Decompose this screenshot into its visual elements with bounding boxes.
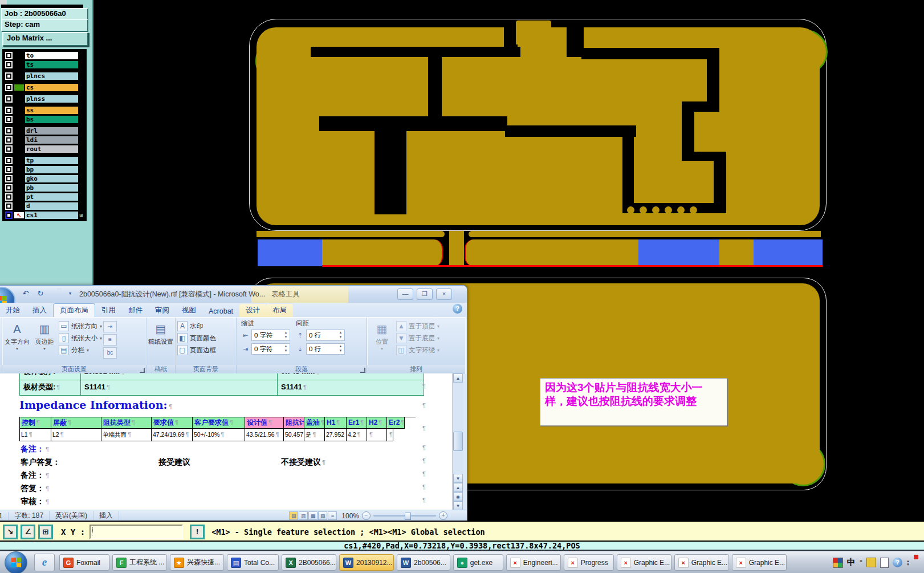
layer-name[interactable]: tp — [25, 157, 78, 164]
layer-row[interactable]: d — [4, 202, 85, 210]
spacing-before-input[interactable]: 0 行▲▼ — [306, 330, 345, 341]
help-icon[interactable]: ? — [453, 304, 462, 314]
page-background-button[interactable]: A 水印 — [177, 321, 216, 331]
dialog-launcher-icon[interactable] — [140, 368, 145, 373]
indent-right-input[interactable]: 0 字符▲▼ — [251, 343, 290, 355]
layer-row[interactable]: pt — [4, 193, 85, 201]
word-count[interactable]: 字数: 187 — [9, 511, 50, 521]
taskbar-button[interactable]: × Graphic E... — [674, 554, 729, 571]
layer-name[interactable]: drl — [25, 127, 78, 135]
layer-name[interactable]: gko — [25, 175, 78, 182]
redo-icon[interactable]: ↻ — [35, 288, 46, 299]
taskbar-button[interactable]: G Foxmail — [59, 554, 109, 571]
zoom-in-icon[interactable]: + — [439, 511, 447, 520]
scrollbar-track[interactable] — [453, 383, 463, 474]
taskbar-button[interactable]: ★ 兴森快捷... — [170, 554, 224, 571]
ribbon-tab[interactable]: Acrobat — [202, 306, 239, 317]
taskbar-button[interactable]: × Graphic E... — [732, 554, 787, 571]
document-scrollbar[interactable]: ▲ ▼ ▲ ◉ ▼ — [452, 373, 463, 510]
paper-setup-button[interactable]: ▤ 稿纸设置 — [148, 319, 173, 346]
margins-button[interactable]: ▥ 页边距▾ — [31, 319, 58, 351]
insert-mode-indicator[interactable]: 插入 — [93, 511, 119, 521]
taskbar-button[interactable]: × Graphic E... — [617, 554, 671, 571]
minimize-button[interactable]: — — [397, 288, 413, 300]
layer-visibility-checkbox[interactable] — [5, 72, 13, 80]
layer-row[interactable]: bp — [4, 165, 85, 174]
position-button[interactable]: ▦ 位置▾ — [369, 319, 395, 351]
arrange-button[interactable]: ▼ 置于底层▾ — [396, 333, 439, 343]
page-setup-small-button[interactable]: ▤ 分栏▾ — [59, 345, 102, 355]
layer-name[interactable]: bp — [25, 166, 78, 173]
ribbon-tab[interactable]: 插入 — [26, 304, 53, 317]
layer-color-chip[interactable] — [14, 146, 24, 152]
layer-row[interactable]: cs — [4, 83, 85, 92]
ribbon-tab[interactable]: 布局 — [266, 304, 293, 317]
close-button[interactable]: × — [436, 288, 452, 300]
softkeyboard-icon[interactable] — [866, 558, 876, 567]
zoom-level[interactable]: 100% — [341, 512, 359, 520]
ribbon-tab[interactable]: 引用 — [95, 304, 122, 317]
layer-row[interactable]: ldi — [4, 136, 85, 144]
ime-language-indicator[interactable]: 中 — [847, 557, 856, 568]
layer-row[interactable]: ts — [4, 60, 85, 69]
ribbon-tab[interactable]: 审阅 — [149, 304, 176, 317]
taskbar-button[interactable]: W 20130912... — [339, 554, 394, 571]
layer-visibility-checkbox[interactable] — [5, 175, 13, 182]
tray-expand-icon[interactable]: ▲▼ — [906, 559, 910, 566]
fullscreen-view-icon[interactable]: ▥ — [299, 511, 308, 520]
impedance-table[interactable]: 控制¶ 屏蔽¶ 阻抗类型¶ 要求值¶ 客户要求值¶ 设计值¶ 阻抗计算值¶ 盖 — [19, 417, 416, 441]
ime-icon[interactable] — [833, 558, 843, 568]
layer-name[interactable]: pt — [25, 193, 78, 201]
grid-mode-icon[interactable]: ⊞ — [38, 525, 53, 539]
taskbar-button[interactable]: ▤ Total Co... — [227, 554, 279, 571]
layer-row[interactable]: plnss — [4, 95, 85, 103]
layer-name[interactable]: cs1 — [25, 212, 78, 219]
taskbar-button[interactable]: X 2B005066... — [282, 554, 336, 571]
layer-name[interactable]: pb — [25, 184, 78, 192]
layer-color-chip[interactable] — [14, 203, 24, 209]
layer-visibility-checkbox[interactable] — [5, 212, 13, 219]
layer-visibility-checkbox[interactable] — [5, 127, 13, 135]
layer-name[interactable]: ts — [25, 61, 78, 68]
web-layout-view-icon[interactable]: ▦ — [308, 511, 318, 520]
layer-color-chip[interactable] — [14, 128, 24, 134]
tray-help-icon[interactable]: ? — [893, 558, 902, 567]
page-indicator[interactable]: : 1/1 — [0, 512, 9, 520]
page-setup-tiny-button[interactable]: ⇥ — [103, 321, 117, 332]
start-button[interactable] — [5, 551, 27, 573]
undo-icon[interactable]: ↶ — [20, 288, 31, 299]
ribbon-tab[interactable]: 设计 — [239, 304, 266, 317]
scroll-down-icon[interactable]: ▼ — [453, 474, 463, 483]
layer-visibility-checkbox[interactable] — [5, 136, 13, 144]
internet-explorer-icon[interactable]: e — [34, 554, 55, 571]
ribbon-tab[interactable]: 视图 — [176, 304, 202, 317]
layer-name[interactable]: plnss — [25, 95, 78, 103]
ime-menu-icon[interactable] — [880, 558, 889, 568]
job-matrix-button[interactable]: Job Matrix ... — [2, 32, 88, 46]
layer-row[interactable]: pb — [4, 184, 85, 192]
scroll-up-icon[interactable]: ▲ — [453, 373, 463, 383]
select-browse-object-icon[interactable]: ◉ — [453, 492, 463, 501]
layer-color-chip[interactable] — [14, 62, 24, 68]
layer-visibility-checkbox[interactable] — [5, 95, 13, 103]
layer-row[interactable]: gko — [4, 174, 85, 183]
arrange-button[interactable]: ◫ 文字环绕▾ — [396, 345, 439, 355]
print-layout-view-icon[interactable]: ▤ — [289, 511, 298, 520]
layer-name[interactable]: ldi — [25, 136, 78, 144]
layer-name[interactable]: bs — [25, 116, 78, 123]
next-page-icon[interactable]: ▼ — [453, 501, 463, 510]
scrollbar-thumb[interactable] — [453, 432, 463, 451]
taskbar-button[interactable]: ● get.exe — [453, 554, 503, 571]
layer-color-chip[interactable] — [14, 73, 24, 79]
layer-visibility-checkbox[interactable] — [5, 84, 13, 91]
layer-visibility-checkbox[interactable] — [5, 184, 13, 192]
layer-color-chip[interactable] — [14, 176, 24, 182]
page-setup-tiny-button[interactable]: bc — [103, 347, 117, 359]
word-titlebar[interactable]: ↶ ↻ ▾ 2b005066a0-阻抗设计(New).rtf [兼容模式] - … — [0, 286, 467, 303]
layer-visibility-checkbox[interactable] — [5, 166, 13, 173]
ribbon-tab[interactable]: 页面布局 — [53, 303, 95, 317]
maximize-button[interactable]: ❐ — [417, 288, 433, 300]
page-background-button[interactable]: ◧ 页面颜色 — [177, 333, 216, 343]
layer-visibility-checkbox[interactable] — [5, 116, 13, 123]
save-icon[interactable] — [50, 288, 61, 299]
